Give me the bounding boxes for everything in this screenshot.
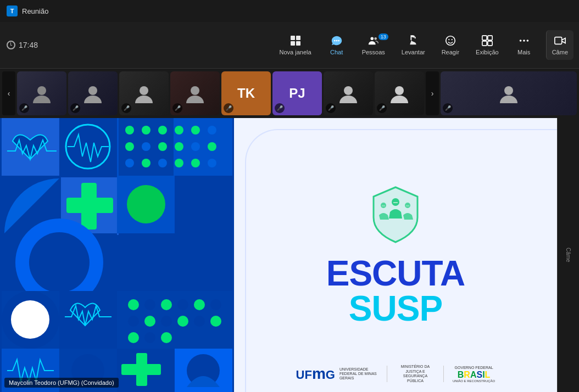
ufmg-name: UNIVERSIDADE FEDERAL DE MINAS GERAIS (339, 367, 378, 381)
svg-rect-0 (291, 36, 295, 40)
logo-separator-2 (443, 366, 444, 382)
svg-point-8 (374, 37, 377, 40)
presenter-name-overlay: Maycolin Teodoro (UFMG) (Convidado) (4, 378, 119, 388)
slide-right-panel: ESCUTA SUSP UFmG UNIVERSIDADE FEDERAL DE… (234, 118, 557, 392)
exibicao-label: Exibição (476, 49, 499, 55)
svg-point-21 (140, 86, 148, 95)
svg-point-25 (504, 86, 513, 95)
svg-point-46 (208, 142, 216, 151)
slide-container: ESCUTA SUSP UFmG UNIVERSIDADE FEDERAL DE… (0, 118, 557, 392)
svg-rect-15 (488, 41, 492, 46)
svg-point-16 (519, 40, 521, 42)
svg-point-66 (128, 299, 139, 310)
mais-label: Mais (517, 49, 530, 55)
svg-point-52 (208, 159, 216, 167)
levantar-icon (407, 35, 419, 47)
mic-icon-pj: 🎤 (275, 103, 285, 113)
svg-point-67 (144, 299, 155, 310)
mic-icon-1: 🎤 (19, 103, 29, 113)
mic-icon-4: 🎤 (172, 103, 182, 113)
svg-rect-13 (488, 36, 492, 40)
svg-point-22 (191, 86, 199, 95)
slide-left-panel (0, 118, 234, 392)
svg-point-75 (177, 316, 188, 327)
toolbar: 17:48 Nova janela Chat (0, 22, 579, 69)
svg-point-36 (142, 126, 151, 135)
svg-point-74 (161, 316, 172, 327)
svg-point-57 (127, 185, 165, 223)
mic-icon-8: 🎤 (377, 103, 387, 113)
presentation-area: ESCUTA SUSP UFmG UNIVERSIDADE FEDERAL DE… (0, 118, 557, 392)
svg-point-80 (161, 332, 172, 343)
svg-point-79 (144, 332, 155, 343)
svg-point-68 (161, 299, 172, 310)
participant-thumb-3[interactable]: 🎤 (119, 71, 169, 115)
svg-point-17 (523, 40, 525, 42)
svg-point-49 (158, 159, 167, 167)
logo-separator-1 (387, 366, 387, 382)
svg-rect-1 (296, 36, 300, 40)
participant-thumb-extra[interactable]: 🎤 (441, 71, 577, 115)
strip-prev-button[interactable]: ‹ (2, 71, 15, 115)
geometric-design (0, 118, 234, 392)
camera-icon (554, 35, 566, 47)
brasil-logo: GOVERNO FEDERAL BRASIL UNIÃO E RECONSTRU… (453, 366, 495, 383)
mic-icon-extra: 🎤 (443, 103, 453, 113)
participant-thumb-pj[interactable]: PJ 🎤 (272, 71, 322, 115)
svg-rect-86 (121, 364, 161, 375)
svg-point-19 (37, 86, 46, 95)
title-bar: T Reunião (0, 0, 579, 22)
svg-point-76 (194, 316, 205, 327)
nova-janela-label: Nova janela (280, 49, 311, 55)
levantar-button[interactable]: Levantar (394, 30, 433, 60)
chat-icon (331, 35, 343, 47)
camera-button[interactable]: Câme (546, 30, 574, 60)
svg-point-40 (208, 126, 216, 135)
camera-side-label: Câme (565, 248, 571, 262)
participant-thumb-7[interactable]: 🎤 (324, 71, 373, 115)
ufmg-logo: UFmG (296, 366, 335, 382)
main-area: ESCUTA SUSP UFmG UNIVERSIDADE FEDERAL DE… (0, 118, 579, 392)
strip-next-button[interactable]: › (426, 71, 439, 115)
app-icon: T (7, 5, 18, 16)
reagir-icon (444, 35, 456, 47)
exibicao-icon (481, 35, 493, 47)
svg-point-4 (334, 40, 336, 42)
svg-point-5 (336, 40, 337, 42)
svg-point-24 (395, 86, 404, 95)
svg-point-43 (158, 142, 167, 151)
clock-time: 17:48 (19, 41, 38, 49)
nova-janela-icon (290, 35, 302, 47)
mais-icon (518, 35, 530, 47)
svg-point-9 (446, 36, 455, 46)
mic-icon-3: 🎤 (121, 103, 131, 113)
chat-label: Chat (330, 49, 343, 55)
svg-point-37 (158, 126, 167, 135)
chat-button[interactable]: Chat (320, 30, 353, 60)
participant-thumb-tk[interactable]: TK 🎤 (221, 71, 271, 115)
exibicao-button[interactable]: Exibição (468, 30, 506, 60)
nova-janela-button[interactable]: Nova janela (272, 30, 319, 60)
svg-point-18 (526, 40, 528, 42)
svg-point-73 (144, 316, 155, 327)
svg-point-71 (210, 299, 221, 310)
reagir-button[interactable]: Reagir (434, 30, 467, 60)
svg-point-48 (142, 159, 151, 167)
svg-point-47 (125, 159, 134, 167)
participant-thumb-4[interactable]: 🎤 (170, 71, 220, 115)
participant-thumb-1[interactable]: 🎤 (17, 71, 66, 115)
pessoas-label: Pessoas (362, 49, 385, 55)
participant-thumb-8[interactable]: 🎤 (375, 71, 424, 115)
svg-point-6 (338, 40, 339, 42)
svg-rect-33 (66, 198, 113, 213)
pessoas-button[interactable]: 13 Pessoas (354, 30, 393, 60)
side-panel: Câme (557, 118, 579, 392)
mic-icon-2: 🎤 (70, 103, 80, 113)
svg-rect-3 (296, 41, 300, 46)
svg-point-20 (88, 86, 97, 95)
svg-rect-2 (291, 41, 295, 46)
svg-point-51 (191, 159, 200, 167)
participant-thumb-2[interactable]: 🎤 (68, 71, 118, 115)
mais-button[interactable]: Mais (508, 30, 541, 60)
pessoas-icon (368, 35, 380, 47)
